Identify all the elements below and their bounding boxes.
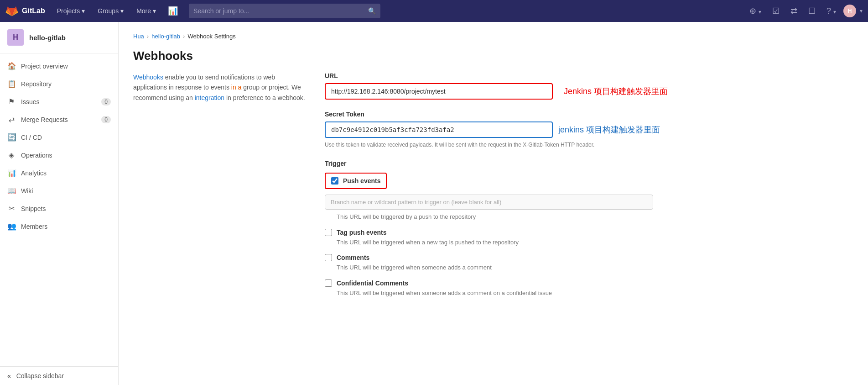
comments-label: Comments xyxy=(337,254,369,261)
plus-icon: ⊕ xyxy=(749,6,756,16)
in-highlight: in a xyxy=(231,84,242,91)
breadcrumb-current: Webhook Settings xyxy=(187,33,235,40)
avatar-chevron: ▾ xyxy=(860,8,863,14)
confidential-comments-label: Confidential Comments xyxy=(337,280,408,287)
url-input[interactable] xyxy=(325,83,553,100)
sidebar-item-repository[interactable]: 📋 Repository xyxy=(0,75,118,93)
tag-push-events-label: Tag push events xyxy=(337,229,386,236)
repository-icon: 📋 xyxy=(7,79,16,88)
home-icon: 🏠 xyxy=(7,62,16,70)
comments-checkbox[interactable] xyxy=(325,254,332,261)
sidebar-item-label: Analytics xyxy=(21,169,47,177)
gitlab-fox-icon xyxy=(5,5,18,17)
sidebar-item-label: Members xyxy=(21,223,47,230)
merge-badge: 0 xyxy=(101,116,111,123)
page-layout: H hello-gitlab 🏠 Project overview 📋 Repo… xyxy=(0,22,868,385)
sidebar: H hello-gitlab 🏠 Project overview 📋 Repo… xyxy=(0,22,119,385)
url-section: URL Jenkins 项目构建触发器里面 xyxy=(325,72,853,100)
secret-token-annotation: jenkins 项目构建触发器里面 xyxy=(558,124,660,135)
merge-requests-icon: ⇄ xyxy=(7,115,16,124)
breadcrumb-sep-2: › xyxy=(183,33,185,40)
project-icon: H xyxy=(7,29,24,46)
sidebar-item-label: Project overview xyxy=(21,63,68,70)
sidebar-item-project-overview[interactable]: 🏠 Project overview xyxy=(0,57,118,75)
secret-token-label: Secret Token xyxy=(325,111,853,118)
merge-icon: ⇄ xyxy=(790,6,797,16)
sidebar-item-label: Operations xyxy=(21,152,52,159)
issues-icon: ⚑ xyxy=(7,97,16,106)
branch-pattern-input[interactable] xyxy=(325,195,653,210)
user-avatar[interactable]: H xyxy=(843,5,856,17)
gitlab-logo[interactable]: GitLab xyxy=(5,5,45,17)
search-icon: 🔍 xyxy=(368,7,376,15)
url-annotation: Jenkins 项目构建触发器里面 xyxy=(564,86,668,97)
search-input[interactable] xyxy=(193,7,366,15)
merge-requests-button[interactable]: ⇄ xyxy=(787,3,801,19)
webhooks-link[interactable]: Webhooks xyxy=(133,74,163,81)
sidebar-item-label: Wiki xyxy=(21,187,33,195)
main-content: Hua › hello-gitlab › Webhook Settings We… xyxy=(119,22,868,385)
top-navigation: GitLab Projects ▾ Groups ▾ More ▾ 📊 🔍 ⊕ … xyxy=(0,0,868,22)
breadcrumb-hua[interactable]: Hua xyxy=(133,33,144,40)
sidebar-item-merge-requests[interactable]: ⇄ Merge Requests 0 xyxy=(0,111,118,128)
secret-token-input[interactable] xyxy=(325,121,553,138)
sidebar-item-snippets[interactable]: ✂ Snippets xyxy=(0,200,118,217)
trigger-label: Trigger xyxy=(325,160,853,167)
trigger-comments: Comments This URL will be triggered when… xyxy=(325,254,853,272)
collapse-icon: « xyxy=(7,372,11,380)
more-nav-button[interactable]: More ▾ xyxy=(132,5,161,17)
groups-nav-button[interactable]: Groups ▾ xyxy=(93,5,128,17)
sidebar-item-label: Snippets xyxy=(21,205,46,212)
sidebar-item-issues[interactable]: ⚑ Issues 0 xyxy=(0,93,118,111)
trigger-confidential-comments: Confidential Comments This URL will be t… xyxy=(325,280,853,298)
sidebar-item-analytics[interactable]: 📊 Analytics xyxy=(0,164,118,182)
secret-token-section: Secret Token jenkins 项目构建触发器里面 Use this … xyxy=(325,111,853,149)
search-bar[interactable]: 🔍 xyxy=(189,4,380,18)
activity-chart-button[interactable]: 📊 xyxy=(164,3,182,19)
breadcrumb-hello-gitlab[interactable]: hello-gitlab xyxy=(151,33,180,40)
sidebar-item-label: Merge Requests xyxy=(21,116,68,123)
chart-icon: 📊 xyxy=(168,6,178,16)
tag-push-events-desc: This URL will be triggered when a new ta… xyxy=(337,238,853,247)
sidebar-item-members[interactable]: 👥 Members xyxy=(0,217,118,235)
collapse-sidebar[interactable]: « Collapse sidebar xyxy=(0,366,118,385)
integration-link[interactable]: integration xyxy=(195,94,224,101)
cicd-icon: 🔄 xyxy=(7,133,16,142)
confidential-comments-checkbox[interactable] xyxy=(325,280,332,287)
sidebar-item-wiki[interactable]: 📖 Wiki xyxy=(0,182,118,200)
secret-token-hint: Use this token to validate received payl… xyxy=(325,141,653,149)
help-button[interactable]: ? ▾ xyxy=(823,4,840,19)
sidebar-item-operations[interactable]: ◈ Operations xyxy=(0,146,118,164)
webhooks-description: Webhooks enable you to send notification… xyxy=(133,72,307,308)
url-label: URL xyxy=(325,72,853,79)
sidebar-project-header: H hello-gitlab xyxy=(0,22,118,53)
snippets-icon: ✂ xyxy=(7,204,16,213)
gitlab-wordmark: GitLab xyxy=(22,7,45,15)
trigger-section: Trigger Push events This URL will be tri… xyxy=(325,160,853,297)
create-new-button[interactable]: ⊕ ▾ xyxy=(746,3,765,19)
groups-chevron-icon: ▾ xyxy=(120,7,124,15)
push-events-label: Push events xyxy=(343,177,380,185)
breadcrumb: Hua › hello-gitlab › Webhook Settings xyxy=(133,33,853,40)
trigger-push-events: Push events This URL will be triggered b… xyxy=(325,173,853,222)
trigger-tag-push-events: Tag push events This URL will be trigger… xyxy=(325,229,853,247)
project-name: hello-gitlab xyxy=(29,34,66,42)
issues-icon: ☐ xyxy=(808,6,816,16)
members-icon: 👥 xyxy=(7,222,16,231)
sidebar-item-label: CI / CD xyxy=(21,134,42,141)
push-events-checkbox[interactable] xyxy=(331,177,338,185)
tag-push-events-checkbox[interactable] xyxy=(325,229,332,236)
projects-nav-button[interactable]: Projects ▾ xyxy=(52,5,90,17)
webhooks-form-layout: Webhooks enable you to send notification… xyxy=(133,72,853,308)
push-events-desc: This URL will be triggered by a push to … xyxy=(337,212,853,222)
sidebar-item-ci-cd[interactable]: 🔄 CI / CD xyxy=(0,128,118,146)
operations-icon: ◈ xyxy=(7,151,16,159)
help-icon: ? xyxy=(826,6,831,16)
todo-button[interactable]: ☑ xyxy=(769,3,783,19)
todo-icon: ☑ xyxy=(772,6,780,16)
page-title: Webhooks xyxy=(133,49,853,63)
issues-button[interactable]: ☐ xyxy=(805,3,819,19)
breadcrumb-sep-1: › xyxy=(147,33,149,40)
sidebar-item-label: Repository xyxy=(21,80,52,88)
description-text: Webhooks enable you to send notification… xyxy=(133,72,307,103)
